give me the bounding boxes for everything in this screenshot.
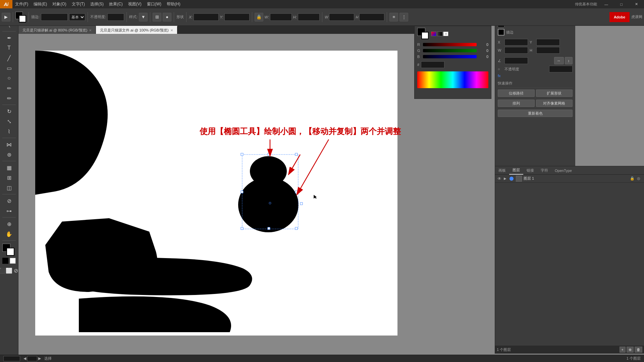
next-page-btn[interactable]: ▶ (38, 356, 41, 361)
tool-zoom[interactable]: ⊕ (3, 219, 15, 229)
stroke-swatch[interactable] (19, 15, 26, 22)
menu-text[interactable]: 文字(T) (69, 0, 88, 8)
x-props-input[interactable]: 638.238 (504, 39, 528, 46)
tool-stroke[interactable] (6, 248, 14, 256)
align-pixel-btn[interactable]: 对齐像素网格 (536, 100, 573, 107)
tool-pencil[interactable]: ✏ (3, 94, 15, 103)
menu-edit[interactable]: 编辑(E) (31, 0, 50, 8)
tool-rotate[interactable]: ↻ (3, 107, 15, 116)
h-props-input[interactable]: 23.708 px (536, 47, 560, 54)
tool-gradient[interactable]: ◫ (3, 183, 15, 192)
y-props-input[interactable]: 1727.723 (536, 39, 560, 46)
layers-tab-char[interactable]: 字符 (537, 166, 551, 175)
position-path-btn[interactable]: 位移路径 (498, 89, 535, 97)
layer-expand-icon[interactable]: ▶ (504, 177, 508, 180)
tab-1-close[interactable]: ✕ (89, 28, 92, 32)
tool-graph[interactable]: ▦ (3, 163, 15, 172)
canvas-area[interactable]: 使用【椭圆工具】绘制小圆，【移动并复制】两个并调整 (18, 34, 414, 362)
stroke-select[interactable]: 基本 (69, 13, 85, 21)
layers-tab-opentype[interactable]: OpenType (551, 166, 575, 175)
tool-warp[interactable]: ⌇ (3, 127, 15, 136)
tool-rect[interactable]: ▭ (3, 63, 15, 73)
solid-color-btn[interactable] (431, 32, 436, 36)
layers-tab-board[interactable]: 画板 (495, 166, 509, 175)
tool-blend[interactable]: ⋈ (3, 140, 15, 149)
arrange-btn[interactable]: 排列 (498, 100, 535, 107)
new-sublayer-btn[interactable]: + (620, 347, 626, 353)
style-dropdown[interactable]: ▼ (139, 13, 148, 21)
w2-input[interactable]: 26.857 px (329, 13, 354, 21)
color-black[interactable] (2, 258, 8, 264)
tool-measure[interactable]: ⊶ (3, 206, 15, 216)
stroke-swatch-panel[interactable] (421, 32, 429, 39)
none-btn[interactable]: ✕ (443, 32, 448, 36)
g-slider-track[interactable] (423, 49, 477, 52)
more-options-icon[interactable]: ⋮ (399, 13, 408, 21)
menu-file[interactable]: 文件(F) (12, 0, 31, 8)
tool-pen[interactable]: ✒ (3, 33, 15, 43)
h2-input[interactable]: 23.708 px (359, 13, 384, 21)
layers-tab-layers[interactable]: 图层 (509, 166, 523, 175)
view-gradient[interactable]: ⬜ (6, 266, 12, 275)
view-none[interactable]: ⊘ (13, 266, 19, 275)
stroke-input[interactable] (41, 13, 68, 21)
tool-mesh[interactable]: ⊞ (3, 173, 15, 182)
menu-help[interactable]: 帮助(H) (164, 0, 183, 8)
tool-line[interactable]: ╱ (3, 53, 15, 63)
tab-2[interactable]: 元旦是只猫源文件.ai @ 100% (RGB/预览) ✕ (96, 26, 177, 34)
refresh-color-btn[interactable]: 重新着色 (498, 110, 573, 117)
tab-2-close[interactable]: ✕ (170, 28, 173, 32)
opacity-props-input[interactable]: 100% (549, 66, 573, 72)
y-input[interactable]: 23.708 px (224, 13, 250, 21)
tool-ellipse[interactable]: ○ (3, 73, 15, 83)
b-slider-track[interactable] (423, 55, 477, 58)
layers-tab-links[interactable]: 链接 (523, 166, 537, 175)
menu-select[interactable]: 选择(S) (88, 0, 106, 8)
tool-eyedropper[interactable]: ⊘ (3, 196, 15, 205)
minimize-button[interactable]: — (599, 0, 614, 8)
hex-input[interactable]: 000000 (421, 61, 444, 68)
new-layer-btn[interactable]: ⊕ (627, 347, 634, 353)
r-slider-track[interactable] (423, 43, 477, 46)
color-spectrum[interactable] (417, 71, 488, 88)
w-props-input[interactable]: 26.857 px (504, 47, 528, 54)
expand-btn[interactable]: 扩展形状 (536, 89, 573, 97)
menu-effect[interactable]: 效果(C) (106, 0, 125, 8)
tool-text[interactable]: T (3, 43, 15, 53)
shape-icon[interactable]: ● (163, 13, 171, 21)
menu-window[interactable]: 窗口(W) (144, 0, 164, 8)
opacity-input[interactable]: 100% (107, 13, 124, 21)
tool-brush[interactable]: ✏ (3, 83, 15, 93)
close-button[interactable]: ✕ (629, 0, 644, 8)
maximize-button[interactable]: □ (614, 0, 629, 8)
layer-row-1[interactable]: 👁 ▶ 图层 1 🔒 ◎ (495, 175, 644, 183)
color-white[interactable] (10, 258, 16, 264)
h-input[interactable]: 1727.723 (298, 13, 320, 21)
lock-proportions-icon[interactable]: 🔒 (255, 13, 263, 21)
zoom-input[interactable]: 800% (3, 356, 20, 361)
layer-options-icon[interactable]: ◎ (637, 176, 642, 181)
flip-v-btn[interactable]: ↕ (565, 57, 573, 64)
flip-h-btn[interactable]: ↔ (554, 57, 564, 64)
fx-label[interactable]: fx (498, 74, 501, 78)
menu-view[interactable]: 视图(V) (125, 0, 144, 8)
tab-1[interactable]: 元旦是只猫讲解.ai @ 800% (RGB/预览) ✕ (18, 26, 96, 34)
layer-eye-icon[interactable]: 👁 (497, 176, 502, 181)
align-distribute-icon[interactable]: ≡ (389, 13, 398, 21)
toolbar-select-icon[interactable]: ▶ (2, 13, 10, 21)
x-input[interactable]: 26.657 px (194, 13, 219, 21)
tool-hand[interactable]: ✋ (3, 229, 15, 239)
tool-scale[interactable]: ⤡ (3, 117, 15, 126)
view-color[interactable]: ⬛ (0, 266, 5, 275)
layer-lock-icon[interactable]: 🔒 (630, 176, 635, 181)
stroke-swatch-props[interactable] (498, 29, 504, 36)
prev-page-btn[interactable]: ◀ (23, 356, 26, 361)
gradient-btn[interactable] (437, 32, 442, 36)
align-icon[interactable]: ⊞ (153, 13, 161, 21)
w-input[interactable]: 638.238 (270, 13, 292, 21)
tool-symbol[interactable]: ⊛ (3, 150, 15, 159)
angle-input[interactable]: 0° (504, 57, 528, 64)
delete-layer-btn[interactable]: 🗑 (635, 347, 642, 353)
page-input[interactable]: 2 (27, 356, 37, 361)
menu-object[interactable]: 对象(O) (50, 0, 69, 8)
